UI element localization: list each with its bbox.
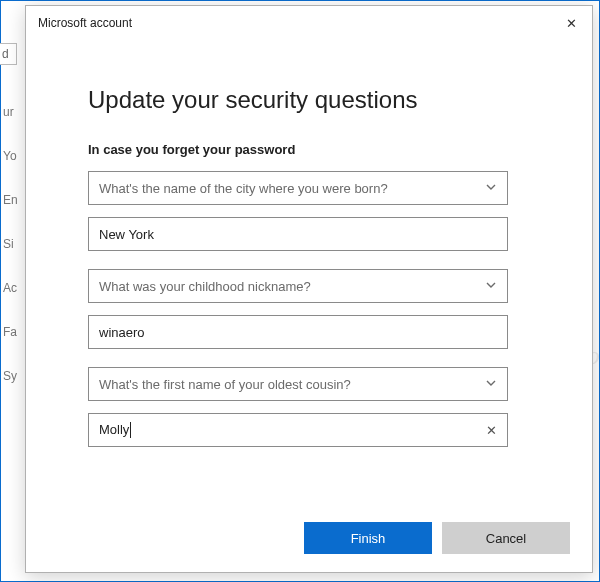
close-button[interactable]: ✕ (562, 14, 580, 32)
dialog-title: Microsoft account (38, 16, 132, 30)
background-text-fragment: Si (3, 237, 23, 251)
background-text-fragment: Sy (3, 369, 23, 383)
background-text-fragment: ur (3, 105, 23, 119)
answer-2-input[interactable]: winaero (88, 315, 508, 349)
question-1-select[interactable]: What's the name of the city where you we… (88, 171, 508, 205)
answer-1-input[interactable]: New York (88, 217, 508, 251)
background-text-fragment: Fa (3, 325, 23, 339)
page-subheading: In case you forget your password (88, 142, 530, 157)
background-text-fragment: En (3, 193, 23, 207)
chevron-down-icon (485, 181, 497, 196)
text-caret (130, 422, 131, 438)
question-3-select[interactable]: What's the first name of your oldest cou… (88, 367, 508, 401)
chevron-down-icon (485, 377, 497, 392)
dialog-titlebar: Microsoft account ✕ (26, 6, 592, 36)
answer-1-value: New York (99, 227, 497, 242)
background-text-fragment: Yo (3, 149, 23, 163)
answer-3-input[interactable]: Molly ✕ (88, 413, 508, 447)
finish-button[interactable]: Finish (304, 522, 432, 554)
answer-2-value: winaero (99, 325, 497, 340)
question-2-text: What was your childhood nickname? (99, 279, 311, 294)
security-questions-dialog: Microsoft account ✕ Update your security… (25, 5, 593, 573)
question-2-select[interactable]: What was your childhood nickname? (88, 269, 508, 303)
clear-input-button[interactable]: ✕ (478, 423, 497, 438)
chevron-down-icon (485, 279, 497, 294)
question-3-text: What's the first name of your oldest cou… (99, 377, 351, 392)
app-frame: d ur Yo En Si Ac Fa Sy http://winaero.co… (0, 0, 600, 582)
background-input-fragment: d (0, 43, 17, 65)
close-icon: ✕ (566, 17, 577, 30)
close-icon: ✕ (486, 423, 497, 438)
dialog-button-bar: Finish Cancel (304, 522, 570, 554)
question-1-text: What's the name of the city where you we… (99, 181, 388, 196)
dialog-content: Update your security questions In case y… (26, 36, 592, 475)
background-text-fragment: Ac (3, 281, 23, 295)
page-title: Update your security questions (88, 86, 530, 114)
answer-3-value: Molly (99, 422, 478, 439)
cancel-button[interactable]: Cancel (442, 522, 570, 554)
